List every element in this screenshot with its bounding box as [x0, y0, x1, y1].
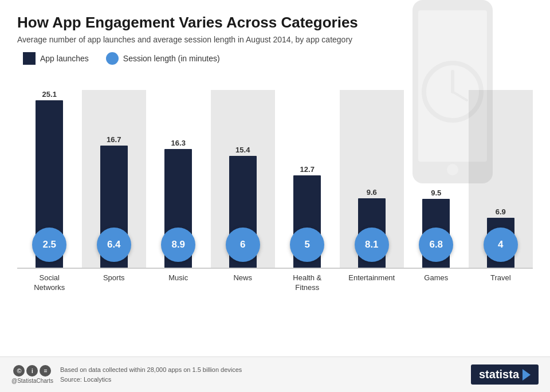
creator-label: @StatistaCharts — [11, 378, 53, 384]
legend-launches-label: App launches — [40, 54, 89, 63]
footer-icons-row: © i = — [13, 365, 51, 377]
bar-col-sports: 16.76.4 — [82, 90, 147, 268]
chart-title: How App Engagement Varies Across Categor… — [17, 14, 533, 32]
session-circle-0: 2.5 — [32, 228, 66, 262]
footer: © i = @StatistaCharts Based on data coll… — [0, 356, 550, 392]
person-icon: i — [26, 365, 38, 377]
eq-icon: = — [40, 365, 51, 377]
footer-icons-wrapper: © i = @StatistaCharts — [11, 365, 53, 384]
cc-icon: © — [13, 365, 25, 377]
bar-value-5: 9.6 — [367, 188, 377, 197]
footer-left: © i = @StatistaCharts Based on data coll… — [11, 365, 242, 384]
bar-col-health-&-fitness: 12.75 — [275, 90, 340, 268]
category-label-7: Travel — [469, 269, 533, 293]
bar-value-7: 6.9 — [496, 207, 506, 216]
session-circle-7: 4 — [484, 228, 518, 262]
bar-col-entertainment: 9.68.1 — [340, 90, 404, 268]
labels-row: SocialNetworksSportsMusicNewsHealth &Fit… — [17, 269, 533, 293]
category-label-4: Health &Fitness — [275, 269, 340, 293]
disclaimer-text: Based on data collected within 28,000 ap… — [60, 365, 242, 375]
session-circle-3: 6 — [226, 228, 260, 262]
category-label-1: Sports — [82, 269, 147, 293]
bar-col-news: 15.46 — [211, 90, 276, 268]
bars-row: 25.12.516.76.416.38.915.4612.759.68.19.5… — [17, 73, 533, 268]
bar-col-travel: 6.94 — [469, 90, 533, 268]
category-label-0: SocialNetworks — [17, 269, 82, 293]
session-circle-1: 6.4 — [97, 228, 131, 262]
session-circle-5: 8.1 — [355, 228, 389, 262]
bar-col-games: 9.56.8 — [404, 90, 469, 268]
legend-session: Session length (in minutes) — [106, 52, 220, 65]
chart-subtitle: Average number of app launches and avera… — [17, 35, 533, 44]
bar-col-music: 16.38.9 — [146, 90, 211, 268]
category-label-5: Entertainment — [340, 269, 404, 293]
bar-value-2: 16.3 — [171, 139, 186, 147]
legend-box-launches — [23, 52, 36, 65]
statista-logo: statista — [471, 364, 539, 385]
session-circle-6: 6.8 — [419, 228, 453, 262]
legend: App launches Session length (in minutes) — [23, 52, 533, 65]
bar-value-0: 25.1 — [42, 90, 57, 99]
category-label-3: News — [211, 269, 276, 293]
bar-value-6: 9.5 — [431, 189, 441, 197]
bar-value-3: 15.4 — [235, 146, 250, 154]
bar-value-1: 16.7 — [107, 135, 121, 144]
legend-circle-session — [106, 52, 119, 65]
legend-session-label: Session length (in minutes) — [123, 54, 220, 63]
category-label-6: Games — [404, 269, 469, 293]
legend-launches: App launches — [23, 52, 89, 65]
footer-text: Based on data collected within 28,000 ap… — [60, 365, 242, 384]
session-circle-2: 8.9 — [161, 228, 195, 262]
statista-text: statista — [479, 368, 519, 381]
chart-container: How App Engagement Varies Across Categor… — [0, 0, 550, 392]
source-text: Source: Localytics — [60, 375, 242, 385]
bar-col-social-networks: 25.12.5 — [17, 90, 82, 268]
category-label-2: Music — [146, 269, 211, 293]
bar-value-4: 12.7 — [300, 165, 315, 174]
statista-arrow-icon — [522, 369, 531, 381]
session-circle-4: 5 — [290, 228, 324, 262]
